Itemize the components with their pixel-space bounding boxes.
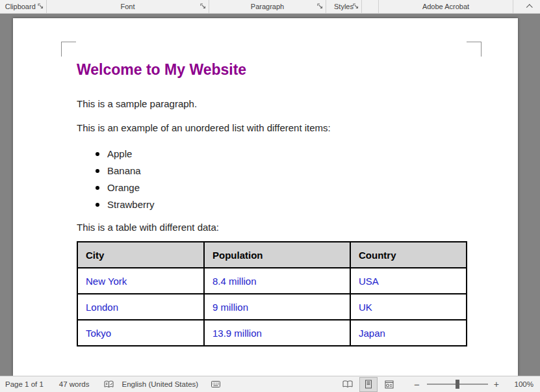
table-row: London 9 million UK	[77, 294, 467, 320]
zoom-out-button[interactable]: −	[412, 379, 422, 390]
keyboard-status-button[interactable]	[211, 381, 220, 387]
table-cell[interactable]: 13.9 million	[204, 320, 350, 346]
table-cell[interactable]: 8.4 million	[204, 268, 350, 294]
print-layout-icon	[365, 380, 372, 389]
word-window: Clipboard Font Paragraph Styles Adobe A	[0, 0, 540, 392]
table-cell[interactable]: Tokyo	[77, 320, 204, 346]
dialog-launcher-icon[interactable]	[38, 3, 44, 10]
ribbon-group-clipboard: Clipboard	[0, 0, 47, 13]
dialog-launcher-icon[interactable]	[353, 3, 359, 10]
ribbon-group-label: Font	[120, 3, 135, 10]
zoom-slider-handle[interactable]	[456, 380, 459, 389]
paragraph-sample[interactable]: This is a sample paragraph.	[77, 98, 495, 111]
table-row: New York 8.4 million USA	[77, 268, 467, 294]
language-indicator[interactable]: English (United States)	[122, 380, 199, 388]
read-mode-button[interactable]	[339, 378, 356, 391]
document-page[interactable]: Welcome to My Website This is a sample p…	[13, 18, 518, 376]
web-layout-icon	[385, 380, 394, 389]
table-cell[interactable]: 9 million	[204, 294, 350, 320]
list-item[interactable]: Strawberry	[107, 196, 495, 213]
collapse-ribbon-button[interactable]	[525, 2, 534, 11]
ribbon-group-font: Font	[47, 0, 209, 13]
table-header-cell[interactable]: Country	[350, 242, 467, 268]
ribbon-group-adobe-acrobat: Adobe Acrobat	[379, 0, 513, 13]
ribbon-group-paragraph: Paragraph	[209, 0, 326, 13]
ribbon-group-label: Clipboard	[5, 3, 36, 10]
table-cell[interactable]: USA	[350, 268, 467, 294]
table-cell[interactable]: UK	[350, 294, 467, 320]
document-content: Welcome to My Website This is a sample p…	[13, 18, 518, 346]
keyboard-icon	[211, 381, 220, 387]
status-bar-right: − + 100%	[335, 378, 540, 391]
paragraph-list-intro[interactable]: This is an example of an unordered list …	[77, 122, 495, 135]
paragraph-table-intro[interactable]: This is a table with different data:	[77, 221, 495, 234]
chevron-up-icon	[526, 4, 532, 10]
proofing-book-icon	[104, 380, 114, 389]
dialog-launcher-icon[interactable]	[317, 3, 324, 10]
ribbon-group-label: Adobe Acrobat	[422, 3, 469, 10]
crop-mark-top-right	[467, 42, 482, 57]
data-table: City Population Country New York 8.4 mil…	[77, 241, 467, 346]
read-mode-icon	[342, 380, 353, 388]
ribbon-group-label: Paragraph	[251, 3, 284, 10]
table-cell[interactable]: Japan	[350, 320, 467, 346]
list-item[interactable]: Banana	[107, 163, 495, 179]
list-item[interactable]: Apple	[107, 146, 495, 163]
web-layout-button[interactable]	[381, 378, 398, 391]
bullet-list: Apple Banana Orange Strawberry	[77, 146, 495, 213]
proofing-status-button[interactable]	[104, 380, 114, 389]
print-layout-button[interactable]	[360, 378, 377, 391]
ribbon-group-label: Styles	[334, 3, 354, 10]
table-row: Tokyo 13.9 million Japan	[77, 320, 467, 346]
table-header-cell[interactable]: City	[77, 242, 204, 268]
status-bar: Page 1 of 1 47 words English (United Sta…	[0, 376, 540, 392]
list-item[interactable]: Orange	[107, 179, 495, 196]
dialog-launcher-icon[interactable]	[200, 3, 207, 10]
table-header-row: City Population Country	[77, 242, 467, 268]
zoom-slider[interactable]	[427, 380, 488, 389]
ribbon-end	[513, 0, 540, 13]
document-heading[interactable]: Welcome to My Website	[77, 60, 495, 79]
page-indicator[interactable]: Page 1 of 1	[5, 380, 44, 388]
crop-mark-top-left	[61, 42, 76, 57]
ribbon-group-spacer	[362, 0, 379, 13]
table-cell[interactable]: London	[77, 294, 204, 320]
ribbon-group-styles: Styles	[326, 0, 362, 13]
zoom-in-button[interactable]: +	[492, 379, 501, 389]
ribbon-strip: Clipboard Font Paragraph Styles Adobe A	[0, 0, 540, 14]
zoom-percentage[interactable]: 100%	[510, 380, 534, 388]
table-header-cell[interactable]: Population	[204, 242, 350, 268]
table-cell[interactable]: New York	[77, 268, 204, 294]
word-count[interactable]: 47 words	[59, 380, 90, 388]
